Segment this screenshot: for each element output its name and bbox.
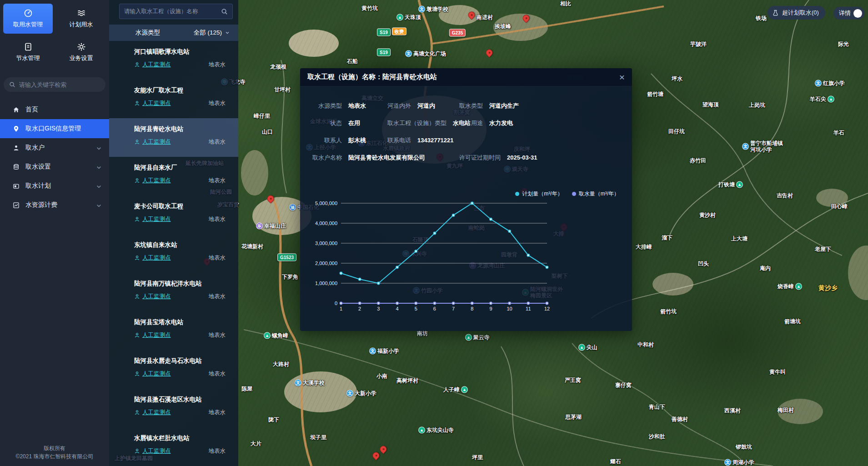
map-label-text: 石船 bbox=[347, 58, 358, 65]
map-label: 烧香嶂▲ bbox=[778, 283, 802, 290]
station-item[interactable]: 麦卡公司取水工程人工监测点地表水 bbox=[109, 195, 238, 234]
filter-value-dropdown[interactable]: 全部 (125) bbox=[194, 29, 230, 37]
map-label: 黄沙村 bbox=[699, 212, 716, 218]
sidebar-item-card[interactable]: 取水计划 bbox=[0, 176, 109, 195]
map-marker-pin[interactable] bbox=[378, 444, 388, 454]
manual-monitor-link[interactable]: 人工监测点 bbox=[134, 138, 171, 146]
road-badge: S19 bbox=[377, 29, 391, 36]
map-marker-pin[interactable] bbox=[371, 451, 381, 460]
map-label-text: 梅田村 bbox=[778, 407, 794, 413]
map-label-text: 下罗角 bbox=[282, 274, 298, 280]
map-marker-pin[interactable] bbox=[467, 10, 476, 20]
sidebar-item-home[interactable]: 首页 bbox=[0, 100, 109, 119]
field-value: 水力发电 bbox=[489, 119, 513, 127]
manual-monitor-link[interactable]: 人工监测点 bbox=[134, 331, 171, 339]
map-label: 文大溪学校 bbox=[295, 380, 325, 386]
map-marker-pin[interactable] bbox=[266, 194, 275, 203]
map-label: 文大新小学 bbox=[346, 390, 376, 397]
map-label: 人子嶂▲ bbox=[443, 386, 468, 393]
station-item[interactable]: 陆河县青砼水电站人工监测点地表水 bbox=[109, 118, 238, 157]
svg-text:10: 10 bbox=[507, 306, 512, 311]
map-label-text: 吉告村 bbox=[777, 192, 793, 199]
sidebar-item-pin[interactable]: 取水口GIS信息管理 bbox=[0, 119, 109, 138]
map-label: 羊石 bbox=[833, 130, 844, 136]
field-value: 陆河县青砼水电发展有限公司 bbox=[348, 154, 425, 162]
station-item[interactable]: 陆河县激石溪老区水电站人工监测点地表水 bbox=[109, 389, 238, 427]
map-label: 石船 bbox=[347, 58, 358, 65]
gas-poi-icon: 油 bbox=[289, 204, 296, 211]
map-label-text: 挨坡峰 bbox=[495, 23, 511, 30]
station-item[interactable]: 河口镇唱歌潭水电站人工监测点地表水 bbox=[109, 41, 238, 80]
map-label-text: 上岗坑 bbox=[749, 102, 765, 108]
manual-monitor-link[interactable]: 人工监测点 bbox=[134, 61, 171, 69]
map-label: 陇下 bbox=[268, 416, 279, 423]
module-gauge[interactable]: 取用水管理 bbox=[3, 4, 53, 34]
keyword-search-box[interactable] bbox=[4, 77, 105, 92]
manual-monitor-link[interactable]: 人工监测点 bbox=[134, 177, 171, 185]
map-label: 挨坡峰 bbox=[495, 23, 511, 30]
field-label: 联系人 bbox=[309, 136, 342, 145]
manual-monitor-link[interactable]: 人工监测点 bbox=[134, 100, 171, 107]
map-label-text: 陇下 bbox=[268, 416, 279, 423]
sidebar-item-db[interactable]: 取水设置 bbox=[0, 157, 109, 176]
sidebar-item-chart[interactable]: 水资源计费 bbox=[0, 195, 109, 215]
water-source-type: 地表水 bbox=[209, 293, 226, 301]
station-name: 陆河县青砼水电站 bbox=[134, 125, 226, 133]
water-source-type: 地表水 bbox=[209, 61, 226, 69]
keyword-search-input[interactable] bbox=[19, 81, 100, 88]
module-doc[interactable]: 节水管理 bbox=[3, 37, 53, 67]
manual-monitor-link[interactable]: 人工监测点 bbox=[134, 370, 171, 378]
station-item[interactable]: 陆河县南万镇杞洋水电站人工监测点地表水 bbox=[109, 273, 238, 311]
manual-monitor-link[interactable]: 人工监测点 bbox=[134, 409, 171, 416]
field-label: 取水工程（设施）类型 bbox=[387, 119, 447, 127]
field-row: 联系人彭木桃联系电话13432771221 bbox=[309, 132, 632, 149]
person-icon bbox=[134, 100, 140, 106]
station-search-input[interactable] bbox=[124, 8, 221, 15]
map-label-text: 嶂仔里 bbox=[254, 113, 270, 119]
manual-monitor-link[interactable]: 人工监测点 bbox=[134, 293, 171, 301]
field-label: 取水户名称 bbox=[309, 154, 342, 162]
map-marker-pin[interactable] bbox=[484, 48, 494, 57]
toggle-knob[interactable] bbox=[853, 9, 862, 18]
station-item[interactable]: 陆河县自来水厂人工监测点地表水 bbox=[109, 157, 238, 195]
station-name: 陆河县水唇走马石水电站 bbox=[134, 357, 226, 365]
person-icon bbox=[134, 371, 140, 377]
module-waves[interactable]: 计划用水 bbox=[56, 4, 106, 34]
search-icon[interactable] bbox=[221, 8, 228, 15]
station-item[interactable]: 友能水厂取水工程人工监测点地表水 bbox=[109, 80, 238, 118]
field-value: 2025-03-31 bbox=[507, 154, 537, 161]
map-label: 沙和肚 bbox=[649, 433, 665, 440]
map-label: 中和村 bbox=[637, 341, 654, 348]
mtn-poi-icon: ▲ bbox=[795, 283, 802, 290]
map-label-text: 坪水 bbox=[672, 75, 682, 82]
svg-text:3,000,000: 3,000,000 bbox=[315, 241, 337, 246]
detail-toggle[interactable]: 详情 bbox=[833, 7, 864, 20]
map-label-text: 花塘新村 bbox=[241, 243, 263, 250]
map-label: 寨仔窝 bbox=[615, 382, 632, 388]
station-item[interactable]: 东坑镇自来水站人工监测点地表水 bbox=[109, 234, 238, 273]
station-search-box[interactable] bbox=[119, 4, 233, 19]
field-row: 状态在用取水工程（设施）类型水电站取水用途水力发电 bbox=[309, 115, 632, 132]
over-plan-intake-button[interactable]: 超计划取水(0) bbox=[768, 6, 825, 20]
map-label: 文高塘文化广场 bbox=[405, 50, 446, 57]
sidebar: 取用水管理计划用水节水管理业务设置 首页取水口GIS信息管理取水户取水设置取水计… bbox=[0, 0, 109, 466]
module-gear[interactable]: 业务设置 bbox=[56, 37, 106, 67]
water-source-type: 地表水 bbox=[209, 100, 226, 107]
manual-monitor-link[interactable]: 人工监测点 bbox=[134, 447, 171, 455]
manual-monitor-link[interactable]: 人工监测点 bbox=[134, 254, 171, 262]
map-label-text: 人子嶂 bbox=[443, 386, 460, 393]
station-item[interactable]: 水唇镇水栏肚水电站人工监测点地表水 bbox=[109, 427, 238, 466]
station-item[interactable]: 陆河县宝塔水电站人工监测点地表水 bbox=[109, 311, 238, 350]
map-label: 凹头 bbox=[698, 261, 709, 267]
temple-poi-icon: ▲ bbox=[465, 334, 472, 341]
source-type-filter[interactable]: 水源类型 全部 (125) bbox=[109, 25, 238, 41]
sidebar-item-user[interactable]: 取水户 bbox=[0, 138, 109, 157]
close-icon[interactable]: × bbox=[619, 72, 625, 82]
map-label: 箭竹坑 bbox=[660, 308, 677, 315]
map-marker-pin[interactable] bbox=[521, 13, 531, 23]
station-item[interactable]: 陆河县水唇走马石水电站人工监测点地表水 bbox=[109, 350, 238, 389]
manual-monitor-link[interactable]: 人工监测点 bbox=[134, 215, 171, 223]
svg-text:2: 2 bbox=[358, 306, 361, 311]
water-source-type: 地表水 bbox=[209, 138, 226, 146]
person-icon bbox=[134, 178, 140, 184]
